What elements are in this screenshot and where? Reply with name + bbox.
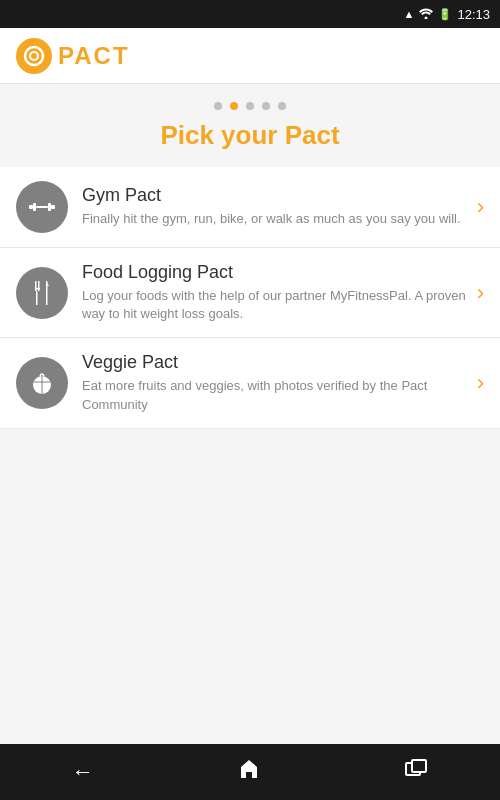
main-content: Pick your Pact Gym Pact Finally hit the … bbox=[0, 84, 500, 744]
svg-rect-6 bbox=[48, 203, 51, 211]
gym-pact-text: Gym Pact Finally hit the gym, run, bike,… bbox=[82, 185, 469, 228]
svg-rect-10 bbox=[35, 288, 40, 290]
svg-rect-7 bbox=[51, 205, 55, 209]
dot-4 bbox=[262, 102, 270, 110]
app-header: PACT bbox=[0, 28, 500, 84]
logo: PACT bbox=[16, 38, 130, 74]
food-pact-description: Log your foods with the help of our part… bbox=[82, 287, 469, 323]
svg-rect-17 bbox=[412, 760, 426, 772]
veggie-pact-chevron: › bbox=[477, 370, 484, 396]
time-display: 12:13 bbox=[457, 7, 490, 22]
status-bar: ▲ 🔋 12:13 bbox=[0, 0, 500, 28]
svg-rect-5 bbox=[36, 206, 48, 208]
battery-icon: 🔋 bbox=[438, 8, 452, 21]
veggie-pact-icon-container bbox=[16, 357, 68, 409]
svg-rect-3 bbox=[29, 205, 33, 209]
veggie-pact-text: Veggie Pact Eat more fruits and veggies,… bbox=[82, 352, 469, 413]
logo-text: PACT bbox=[58, 42, 130, 70]
status-icons: ▲ 🔋 12:13 bbox=[404, 7, 490, 22]
food-pact-text: Food Logging Pact Log your foods with th… bbox=[82, 262, 469, 323]
svg-rect-11 bbox=[36, 291, 38, 305]
gym-pact-icon-container bbox=[16, 181, 68, 233]
recent-apps-button[interactable] bbox=[384, 751, 448, 793]
food-pact-name: Food Logging Pact bbox=[82, 262, 469, 283]
gym-pact-name: Gym Pact bbox=[82, 185, 469, 206]
veggie-pact-item[interactable]: Veggie Pact Eat more fruits and veggies,… bbox=[0, 338, 500, 428]
page-title: Pick your Pact bbox=[0, 120, 500, 151]
svg-rect-4 bbox=[33, 203, 36, 211]
veggie-pact-description: Eat more fruits and veggies, with photos… bbox=[82, 377, 469, 413]
dot-5 bbox=[278, 102, 286, 110]
dot-2 bbox=[230, 102, 238, 110]
gym-pact-item[interactable]: Gym Pact Finally hit the gym, run, bike,… bbox=[0, 167, 500, 248]
gym-pact-description: Finally hit the gym, run, bike, or walk … bbox=[82, 210, 469, 228]
food-pact-item[interactable]: Food Logging Pact Log your foods with th… bbox=[0, 248, 500, 338]
dot-1 bbox=[214, 102, 222, 110]
pact-list: Gym Pact Finally hit the gym, run, bike,… bbox=[0, 167, 500, 429]
nav-bar: ← bbox=[0, 744, 500, 800]
dot-3 bbox=[246, 102, 254, 110]
home-button[interactable] bbox=[217, 749, 281, 795]
svg-point-1 bbox=[25, 47, 43, 65]
back-button[interactable]: ← bbox=[52, 751, 114, 793]
veggie-icon bbox=[27, 368, 57, 398]
wifi-icon bbox=[419, 8, 433, 21]
signal-icon: ▲ bbox=[404, 8, 415, 20]
gym-icon bbox=[27, 192, 57, 222]
gym-pact-chevron: › bbox=[477, 194, 484, 220]
food-icon bbox=[27, 278, 57, 308]
logo-icon bbox=[16, 38, 52, 74]
svg-point-2 bbox=[30, 52, 38, 60]
pagination-dots bbox=[0, 84, 500, 120]
svg-point-0 bbox=[425, 16, 428, 19]
veggie-pact-name: Veggie Pact bbox=[82, 352, 469, 373]
food-pact-chevron: › bbox=[477, 280, 484, 306]
food-pact-icon-container bbox=[16, 267, 68, 319]
